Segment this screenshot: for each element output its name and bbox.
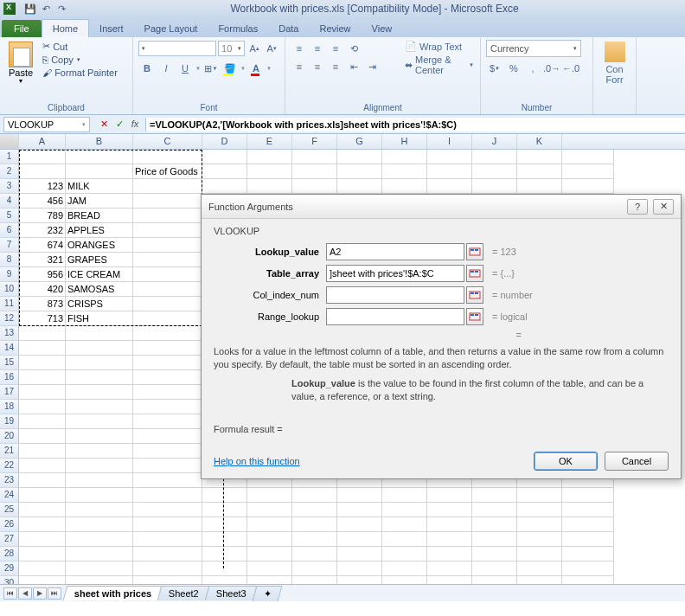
cancel-formula-icon[interactable]: ✕ — [97, 119, 111, 130]
undo-icon[interactable]: ↶ — [40, 3, 52, 15]
save-icon[interactable]: 💾 — [24, 3, 36, 15]
cell-E27[interactable] — [247, 532, 292, 547]
cell-C26[interactable] — [133, 517, 202, 532]
cell-X27[interactable] — [562, 532, 614, 547]
increase-decimal-icon[interactable]: .0→ — [543, 60, 560, 77]
cell-H2[interactable] — [382, 164, 427, 179]
cell-D28[interactable] — [202, 547, 247, 561]
conditional-formatting-button[interactable]: Con Forr — [605, 40, 625, 85]
cell-B20[interactable] — [66, 429, 133, 444]
cell-C24[interactable] — [133, 488, 202, 503]
select-all-cell[interactable] — [0, 134, 19, 149]
cell-C14[interactable] — [133, 341, 202, 356]
row-header-9[interactable]: 9 — [0, 267, 19, 282]
cell-A18[interactable] — [19, 400, 66, 414]
cell-A15[interactable] — [19, 356, 66, 370]
cell-C13[interactable] — [133, 326, 202, 341]
cell-B23[interactable] — [66, 473, 133, 488]
cell-C12[interactable] — [133, 311, 202, 326]
cell-C2[interactable]: Price of Goods — [133, 164, 202, 179]
first-sheet-icon[interactable]: ⏮ — [3, 587, 17, 600]
col-header-J[interactable]: J — [472, 134, 517, 149]
row-header-18[interactable]: 18 — [0, 400, 19, 414]
row-header-26[interactable]: 26 — [0, 517, 19, 532]
cell-A4[interactable]: 456 — [19, 194, 66, 209]
cell-K25[interactable] — [517, 503, 562, 517]
cell-J24[interactable] — [472, 488, 517, 503]
row-header-5[interactable]: 5 — [0, 209, 19, 223]
arg-ref-button-3[interactable] — [466, 308, 483, 325]
col-header-A[interactable]: A — [19, 134, 66, 149]
cell-C1[interactable] — [133, 150, 202, 164]
cell-A29[interactable] — [19, 561, 66, 576]
increase-indent-icon[interactable]: ⇥ — [363, 58, 381, 75]
cell-A25[interactable] — [19, 503, 66, 517]
cell-J1[interactable] — [472, 150, 517, 164]
cell-H27[interactable] — [382, 532, 427, 547]
cell-F25[interactable] — [292, 503, 337, 517]
row-header-29[interactable]: 29 — [0, 561, 19, 576]
cell-K29[interactable] — [517, 561, 562, 576]
cell-C3[interactable] — [133, 179, 202, 194]
col-header-D[interactable]: D — [202, 134, 247, 149]
cell-X28[interactable] — [562, 547, 614, 561]
row-header-10[interactable]: 10 — [0, 282, 19, 297]
decrease-decimal-icon[interactable]: ←.0 — [562, 60, 579, 77]
tab-home[interactable]: Home — [42, 19, 89, 37]
cell-H24[interactable] — [382, 488, 427, 503]
cell-F3[interactable] — [292, 179, 337, 194]
dialog-help-button[interactable]: ? — [627, 199, 648, 215]
tab-review[interactable]: Review — [309, 20, 361, 37]
cell-A2[interactable] — [19, 164, 66, 179]
row-header-7[interactable]: 7 — [0, 238, 19, 253]
cell-B27[interactable] — [66, 532, 133, 547]
dialog-close-button[interactable]: ✕ — [653, 199, 674, 215]
font-size-select[interactable]: 10▾ — [218, 41, 245, 56]
tab-formulas[interactable]: Formulas — [208, 20, 268, 37]
cell-B19[interactable] — [66, 414, 133, 429]
cell-D1[interactable] — [202, 150, 247, 164]
orientation-icon[interactable]: ⟲ — [345, 40, 362, 57]
cell-C5[interactable] — [133, 209, 202, 223]
cell-A1[interactable] — [19, 150, 66, 164]
dialog-help-link[interactable]: Help on this function — [214, 456, 300, 466]
new-sheet-tab[interactable]: ✦ — [253, 586, 283, 601]
cell-A21[interactable] — [19, 444, 66, 459]
cell-G27[interactable] — [337, 532, 382, 547]
row-header-3[interactable]: 3 — [0, 179, 19, 194]
cell-H28[interactable] — [382, 547, 427, 561]
align-right-icon[interactable]: ≡ — [327, 58, 344, 75]
format-painter-button[interactable]: 🖌Format Painter — [40, 67, 120, 79]
cell-A5[interactable]: 789 — [19, 209, 66, 223]
cell-I1[interactable] — [427, 150, 472, 164]
tab-file[interactable]: File — [2, 20, 42, 37]
row-header-1[interactable]: 1 — [0, 150, 19, 164]
cell-D2[interactable] — [202, 164, 247, 179]
cell-B12[interactable]: FISH — [66, 311, 133, 326]
cell-K27[interactable] — [517, 532, 562, 547]
cell-C7[interactable] — [133, 238, 202, 253]
cell-D27[interactable] — [202, 532, 247, 547]
italic-button[interactable]: I — [157, 60, 175, 77]
cell-B4[interactable]: JAM — [66, 194, 133, 209]
cell-C27[interactable] — [133, 532, 202, 547]
cell-B13[interactable] — [66, 326, 133, 341]
sheet-tab-2[interactable]: Sheet2 — [157, 586, 210, 600]
col-header-K[interactable]: K — [517, 134, 562, 149]
cell-F26[interactable] — [292, 517, 337, 532]
font-family-select[interactable]: ▾ — [138, 41, 216, 56]
cell-X29[interactable] — [562, 561, 614, 576]
cell-E29[interactable] — [247, 561, 292, 576]
cell-A3[interactable]: 123 — [19, 179, 66, 194]
cell-B24[interactable] — [66, 488, 133, 503]
cell-B15[interactable] — [66, 356, 133, 370]
cell-E2[interactable] — [247, 164, 292, 179]
align-center-icon[interactable]: ≡ — [309, 58, 326, 75]
align-left-icon[interactable]: ≡ — [291, 58, 308, 75]
cell-I3[interactable] — [427, 179, 472, 194]
cell-J26[interactable] — [472, 517, 517, 532]
cell-J2[interactable] — [472, 164, 517, 179]
tab-page-layout[interactable]: Page Layout — [134, 20, 208, 37]
cell-G25[interactable] — [337, 503, 382, 517]
row-header-17[interactable]: 17 — [0, 385, 19, 400]
